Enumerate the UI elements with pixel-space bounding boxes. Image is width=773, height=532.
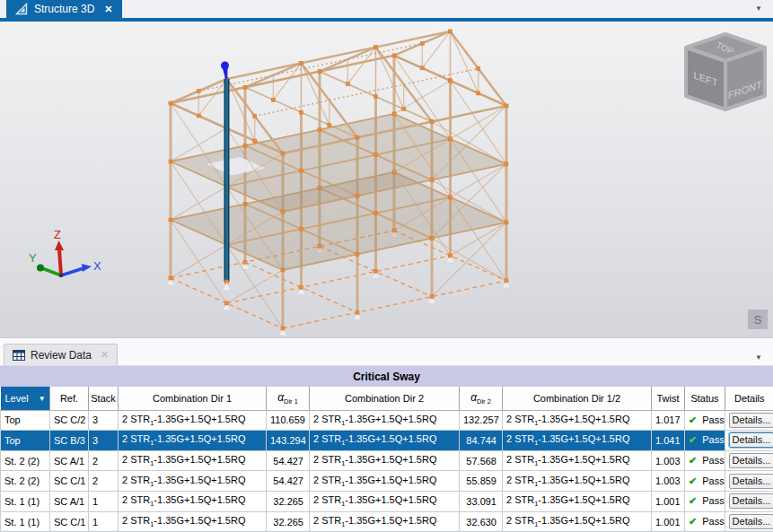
cell-level: St. 2 (2)	[1, 471, 50, 492]
cell-level: St. 1 (1)	[1, 492, 50, 512]
view-tab-bar: Structure 3D ✕	[0, 0, 773, 18]
column-header-combination-dir2[interactable]: Combination Dir 2	[310, 387, 460, 410]
column-header-status[interactable]: Status	[685, 387, 725, 410]
cell-twist: 1.001	[652, 492, 685, 512]
cell-combination-dir12: 2 STR1-1.35G+1.5Q+1.5RQ	[503, 410, 652, 431]
column-header-combination-dir1[interactable]: Combination Dir 1	[119, 387, 267, 410]
view-cube: TOPLEFTFRONT	[686, 34, 765, 109]
column-header-stack[interactable]: Stack	[89, 387, 119, 410]
cell-combination-dir1: 2 STR1-1.35G+1.5Q+1.5RQ	[119, 431, 267, 451]
cell-twist: 1.003	[652, 450, 685, 471]
pass-check-icon: ✔	[689, 475, 697, 486]
tab-review-close-icon[interactable]: ✕	[101, 349, 109, 361]
column-header-alpha-dir1[interactable]: αDir 1	[267, 387, 310, 410]
column-header-details[interactable]: Details	[725, 387, 773, 410]
pass-check-icon: ✔	[689, 434, 697, 445]
pass-check-icon: ✔	[689, 495, 697, 506]
cell-twist: 1.017	[652, 410, 685, 431]
cell-combination-dir12: 2 STR1-1.35G+1.5Q+1.5RQ	[503, 431, 652, 451]
cell-alpha-dir1: 54.427	[267, 450, 310, 471]
column-header-ref[interactable]: Ref.	[50, 387, 89, 410]
cell-alpha-dir2: 32.630	[460, 511, 503, 532]
table-row[interactable]: Top SC B/3 3 2 STR1-1.35G+1.5Q+1.5RQ 143…	[1, 431, 773, 451]
cell-combination-dir2: 2 STR1-1.35G+1.5Q+1.5RQ	[310, 450, 460, 471]
details-button[interactable]: Details...	[729, 474, 773, 489]
pass-check-icon: ✔	[689, 414, 697, 425]
tab-structure-close-icon[interactable]: ✕	[104, 4, 112, 15]
cell-combination-dir12: 2 STR1-1.35G+1.5Q+1.5RQ	[503, 492, 652, 512]
status-label: Pass	[702, 495, 724, 506]
tab-list-dropdown-icon[interactable]: ▼	[755, 5, 762, 13]
table-row[interactable]: St. 2 (2) SC C/1 2 2 STR1-1.35G+1.5Q+1.5…	[1, 471, 773, 492]
status-label: Pass	[702, 455, 724, 466]
cell-status: ✔Pass	[685, 450, 725, 471]
cell-combination-dir1: 2 STR1-1.35G+1.5Q+1.5RQ	[119, 492, 267, 512]
table-row[interactable]: St. 2 (2) SC A/1 2 2 STR1-1.35G+1.5Q+1.5…	[1, 450, 773, 471]
solver-status-label: S	[754, 313, 762, 327]
cell-stack: 1	[89, 511, 119, 532]
critical-sway-table: Level▼ Ref. Stack Combination Dir 1 αDir…	[0, 387, 773, 532]
axis-z-label: Z	[54, 228, 61, 241]
details-button[interactable]: Details...	[729, 413, 773, 428]
cell-combination-dir12: 2 STR1-1.35G+1.5Q+1.5RQ	[503, 471, 652, 492]
column-header-twist[interactable]: Twist	[652, 387, 685, 410]
cell-ref: SC B/3	[50, 431, 89, 451]
cell-details: Details...	[725, 492, 773, 512]
structure-3d-viewport[interactable]: ZXYTOPLEFTFRONTS	[0, 22, 773, 337]
review-tab-dropdown-icon[interactable]: ▼	[755, 354, 762, 362]
details-button[interactable]: Details...	[729, 514, 773, 529]
pass-check-icon: ✔	[689, 516, 697, 527]
cell-ref: SC A/1	[50, 492, 89, 512]
cell-alpha-dir2: 55.859	[460, 471, 503, 492]
cell-details: Details...	[725, 431, 773, 451]
tab-review-data-label: Review Data	[31, 349, 92, 362]
table-row[interactable]: Top SC C/2 3 2 STR1-1.35G+1.5Q+1.5RQ 110…	[1, 410, 773, 431]
cell-stack: 1	[89, 492, 119, 512]
cell-alpha-dir2: 57.568	[460, 450, 503, 471]
table-title-band: Critical Sway	[0, 365, 773, 387]
pass-check-icon: ✔	[689, 455, 697, 466]
cell-details: Details...	[725, 471, 773, 492]
cell-combination-dir12: 2 STR1-1.35G+1.5Q+1.5RQ	[503, 511, 652, 532]
cell-combination-dir1: 2 STR1-1.35G+1.5Q+1.5RQ	[119, 471, 267, 492]
status-label: Pass	[702, 475, 724, 486]
cell-status: ✔Pass	[685, 431, 725, 451]
column-header-level[interactable]: Level▼	[1, 387, 50, 410]
status-label: Pass	[702, 414, 724, 425]
tab-structure-3d-label: Structure 3D	[34, 3, 94, 15]
cell-alpha-dir1: 54.427	[267, 471, 310, 492]
cell-ref: SC A/1	[50, 450, 89, 471]
column-header-alpha-dir2[interactable]: αDir 2	[460, 387, 503, 410]
cell-details: Details...	[725, 511, 773, 532]
details-button[interactable]: Details...	[729, 432, 773, 448]
cell-details: Details...	[725, 450, 773, 471]
cell-combination-dir12: 2 STR1-1.35G+1.5Q+1.5RQ	[503, 450, 652, 471]
header-row: Level▼ Ref. Stack Combination Dir 1 αDir…	[1, 387, 773, 410]
review-tab-bar: Review Data ✕	[0, 337, 773, 365]
cell-status: ✔Pass	[685, 492, 725, 512]
table-row[interactable]: St. 1 (1) SC C/1 1 2 STR1-1.35G+1.5Q+1.5…	[1, 511, 773, 532]
cell-twist: 1.041	[652, 431, 685, 451]
status-label: Pass	[702, 434, 724, 445]
cell-stack: 2	[89, 471, 119, 492]
column-header-combination-dir12[interactable]: Combination Dir 1/2	[503, 387, 652, 410]
table-row[interactable]: St. 1 (1) SC A/1 1 2 STR1-1.35G+1.5Q+1.5…	[1, 492, 773, 512]
cell-status: ✔Pass	[685, 471, 725, 492]
table-grid-icon	[13, 350, 25, 361]
details-button[interactable]: Details...	[729, 493, 773, 509]
cell-alpha-dir1: 32.265	[267, 511, 310, 532]
table-title: Critical Sway	[353, 371, 420, 383]
cell-alpha-dir2: 84.744	[460, 431, 503, 451]
cell-level: St. 2 (2)	[1, 450, 50, 471]
cell-combination-dir2: 2 STR1-1.35G+1.5Q+1.5RQ	[310, 511, 460, 532]
details-button[interactable]: Details...	[729, 453, 773, 468]
cell-stack: 2	[89, 450, 119, 471]
cell-alpha-dir2: 33.091	[460, 492, 503, 512]
cell-alpha-dir2: 132.257	[460, 410, 503, 431]
tab-review-data[interactable]: Review Data ✕	[4, 344, 118, 365]
cell-level: Top	[1, 410, 50, 431]
status-label: Pass	[702, 516, 724, 527]
cell-alpha-dir1: 110.659	[267, 410, 310, 431]
review-table-body: Top SC C/2 3 2 STR1-1.35G+1.5Q+1.5RQ 110…	[1, 410, 773, 532]
tab-structure-3d[interactable]: Structure 3D ✕	[6, 0, 122, 18]
